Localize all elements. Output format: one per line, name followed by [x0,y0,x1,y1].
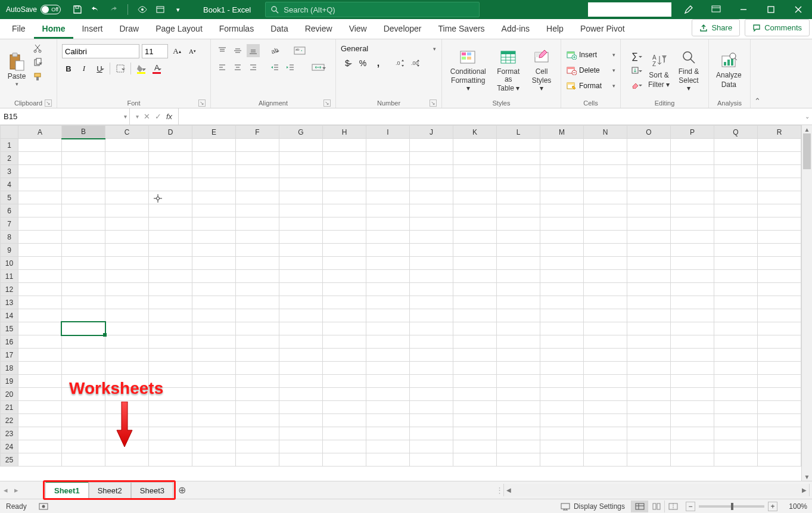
cell-G6[interactable] [279,204,323,217]
cell-B7[interactable] [62,217,105,231]
row-header-21[interactable]: 21 [1,401,18,414]
cell-C8[interactable] [105,231,149,244]
cell-O5[interactable] [627,191,671,204]
cell-I10[interactable] [366,257,410,270]
cell-G19[interactable] [279,375,323,388]
cell-K4[interactable] [453,178,497,191]
cell-F8[interactable] [236,231,279,244]
cell-P11[interactable] [671,270,714,283]
cell-Q4[interactable] [714,178,758,191]
cell-P24[interactable] [671,440,714,453]
cell-E8[interactable] [192,231,236,244]
conditional-formatting-button[interactable]: Conditional Formatting ▾ [447,42,490,98]
row-header-20[interactable]: 20 [1,388,18,401]
cell-C3[interactable] [105,165,149,178]
cell-L14[interactable] [497,309,540,322]
cell-B15[interactable] [62,322,105,335]
cell-P5[interactable] [671,191,714,204]
cell-L21[interactable] [497,401,540,414]
cell-B3[interactable] [62,165,105,178]
cell-F19[interactable] [236,375,279,388]
cell-O16[interactable] [627,335,671,349]
cell-P7[interactable] [671,217,714,231]
cell-D22[interactable] [149,414,192,427]
cell-O14[interactable] [627,309,671,322]
comments-button[interactable]: Comments [745,19,810,36]
cell-N3[interactable] [584,165,627,178]
column-header-L[interactable]: L [497,126,540,139]
cell-Q17[interactable] [714,349,758,362]
cell-I2[interactable] [366,152,410,165]
cell-Q16[interactable] [714,335,758,349]
cell-I19[interactable] [366,375,410,388]
cell-K13[interactable] [453,296,497,309]
cell-C14[interactable] [105,309,149,322]
column-header-R[interactable]: R [758,126,801,139]
cell-E16[interactable] [192,335,236,349]
comma-format-icon[interactable]: , [372,57,385,70]
cell-E7[interactable] [192,217,236,231]
cell-O24[interactable] [627,440,671,453]
display-settings-button[interactable]: Display Settings [555,502,631,511]
tab-file[interactable]: File [4,19,34,39]
cell-R13[interactable] [758,296,801,309]
row-header-5[interactable]: 5 [1,191,18,204]
row-header-18[interactable]: 18 [1,362,18,375]
cell-O23[interactable] [627,427,671,440]
column-header-K[interactable]: K [453,126,497,139]
cell-O3[interactable] [627,165,671,178]
cell-N14[interactable] [584,309,627,322]
cell-D2[interactable] [149,152,192,165]
row-header-7[interactable]: 7 [1,217,18,231]
row-header-3[interactable]: 3 [1,165,18,178]
page-layout-view-icon[interactable] [648,500,664,512]
cell-C4[interactable] [105,178,149,191]
cell-Q2[interactable] [714,152,758,165]
cell-F15[interactable] [236,322,279,335]
cell-I11[interactable] [366,270,410,283]
cell-G16[interactable] [279,335,323,349]
maximize-button[interactable] [757,0,785,19]
cell-B12[interactable] [62,283,105,296]
cell-M17[interactable] [540,349,584,362]
cell-A20[interactable] [18,388,62,401]
cell-H25[interactable] [323,453,366,467]
cell-H14[interactable] [323,309,366,322]
cell-B23[interactable] [62,427,105,440]
cell-C16[interactable] [105,335,149,349]
cell-G10[interactable] [279,257,323,270]
cell-P13[interactable] [671,296,714,309]
cell-E1[interactable] [192,139,236,152]
cell-P6[interactable] [671,204,714,217]
cell-E20[interactable] [192,388,236,401]
row-header-12[interactable]: 12 [1,283,18,296]
cell-R3[interactable] [758,165,801,178]
cell-H17[interactable] [323,349,366,362]
row-header-15[interactable]: 15 [1,322,18,335]
row-header-19[interactable]: 19 [1,375,18,388]
cell-J24[interactable] [410,440,453,453]
cell-I6[interactable] [366,204,410,217]
cell-G4[interactable] [279,178,323,191]
cell-H5[interactable] [323,191,366,204]
cell-C7[interactable] [105,217,149,231]
cell-J8[interactable] [410,231,453,244]
fill-color-icon[interactable] [135,62,148,75]
cell-P15[interactable] [671,322,714,335]
cell-O2[interactable] [627,152,671,165]
cell-B2[interactable] [62,152,105,165]
zoom-slider[interactable] [699,505,764,508]
cell-N7[interactable] [584,217,627,231]
cell-J9[interactable] [410,244,453,257]
close-button[interactable] [785,0,812,19]
cell-A19[interactable] [18,375,62,388]
cell-G23[interactable] [279,427,323,440]
cell-F2[interactable] [236,152,279,165]
window-icon[interactable] [154,4,166,15]
cell-R8[interactable] [758,231,801,244]
cell-G5[interactable] [279,191,323,204]
align-middle-icon[interactable] [231,44,244,57]
row-header-22[interactable]: 22 [1,414,18,427]
cell-O10[interactable] [627,257,671,270]
cell-O9[interactable] [627,244,671,257]
